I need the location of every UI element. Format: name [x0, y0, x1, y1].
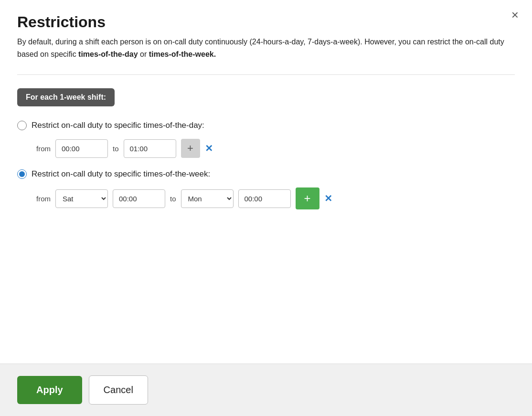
- radio-week-input[interactable]: [17, 169, 27, 179]
- remove-button-week[interactable]: ✕: [324, 193, 332, 204]
- modal-body: × Restrictions By default, during a shif…: [0, 0, 532, 364]
- from-time-day-input[interactable]: [55, 139, 108, 158]
- radio-label-day[interactable]: Restrict on-call duty to specific times-…: [17, 121, 515, 130]
- add-button-day[interactable]: +: [181, 139, 200, 158]
- from-label-day: from: [32, 145, 51, 153]
- to-time-week-input[interactable]: [238, 189, 291, 208]
- to-label-week: to: [170, 195, 176, 203]
- radio-day-input[interactable]: [17, 121, 27, 130]
- close-button[interactable]: ×: [511, 9, 519, 21]
- modal-description: By default, during a shift each person i…: [17, 36, 504, 60]
- remove-x-week: ✕: [324, 193, 332, 204]
- time-row-week: from Sun Mon Tue Wed Thu Fri Sat to Sun …: [32, 187, 515, 209]
- radio-label-week[interactable]: Restrict on-call duty to specific times-…: [17, 169, 515, 179]
- radio-day-text: Restrict on-call duty to specific times-…: [32, 121, 204, 130]
- remove-x-day: ✕: [205, 143, 213, 154]
- add-button-week[interactable]: +: [296, 187, 319, 209]
- description-bold-1: times-of-the-day: [78, 50, 138, 58]
- from-time-week-input[interactable]: [113, 189, 165, 208]
- to-time-day-input[interactable]: [124, 139, 176, 158]
- modal-footer: Apply Cancel: [0, 364, 532, 416]
- from-day-week-select[interactable]: Sun Mon Tue Wed Thu Fri Sat: [55, 189, 108, 208]
- modal: × Restrictions By default, during a shif…: [0, 0, 532, 416]
- time-row-day: from to + ✕: [32, 139, 515, 158]
- from-label-week: from: [32, 195, 51, 203]
- modal-title: Restrictions: [17, 13, 515, 31]
- to-label-day: to: [113, 145, 119, 153]
- radio-section-week: Restrict on-call duty to specific times-…: [17, 169, 515, 209]
- description-text-2: or: [138, 50, 149, 58]
- description-bold-2: times-of-the-week.: [149, 50, 216, 58]
- remove-button-day[interactable]: ✕: [205, 143, 213, 154]
- radio-week-text: Restrict on-call duty to specific times-…: [32, 169, 210, 179]
- radio-section-day: Restrict on-call duty to specific times-…: [17, 121, 515, 158]
- apply-button[interactable]: Apply: [17, 376, 82, 404]
- cancel-button[interactable]: Cancel: [89, 375, 148, 405]
- divider-1: [17, 74, 515, 75]
- shift-badge: For each 1-week shift:: [17, 88, 115, 106]
- to-day-week-select[interactable]: Sun Mon Tue Wed Thu Fri Sat: [181, 189, 234, 208]
